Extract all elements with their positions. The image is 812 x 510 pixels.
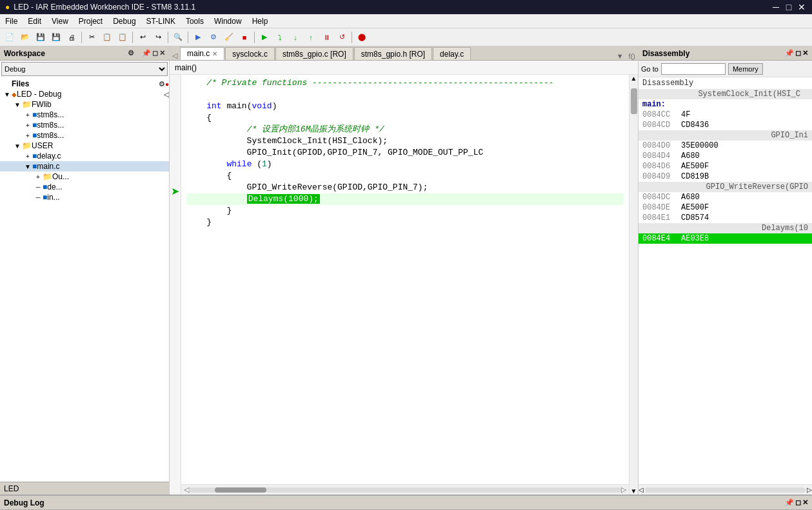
cut-button[interactable]: ✂: [84, 30, 99, 44]
tab-sysclock[interactable]: sysclock.c: [225, 47, 275, 60]
stm8s1-toggle[interactable]: +: [23, 112, 32, 119]
debug-go-button[interactable]: ▶: [257, 30, 272, 44]
user-toggle[interactable]: ▼: [13, 142, 22, 150]
code-vscrollbar[interactable]: ▲ ▼: [629, 75, 638, 495]
disasm-header-buttons: 📌 ◻ ✕: [785, 49, 808, 57]
clean-button[interactable]: 🧹: [222, 30, 236, 44]
maximize-button[interactable]: □: [784, 2, 794, 12]
delay-toggle[interactable]: +: [23, 153, 32, 160]
code-editor[interactable]: /* Private functions -------------------…: [181, 75, 629, 484]
disasm-gpioinit-comment: GPIO_Ini: [639, 130, 812, 141]
vscroll-track[interactable]: [629, 82, 638, 487]
new-button[interactable]: 📄: [3, 30, 17, 44]
tree-delay[interactable]: + ■ delay.c: [0, 151, 169, 161]
tree-main[interactable]: ▼ ■ main.c: [0, 161, 169, 172]
vscroll-thumb[interactable]: [631, 88, 637, 114]
menu-tools[interactable]: Tools: [181, 15, 209, 27]
close-button[interactable]: ✕: [797, 2, 807, 12]
print-button[interactable]: 🖨: [64, 30, 79, 44]
scrollbar-thumb[interactable]: [215, 487, 266, 493]
menu-edit[interactable]: Edit: [23, 15, 46, 27]
code-main[interactable]: /* Private functions -------------------…: [181, 75, 629, 495]
debug-step-button[interactable]: ⤵: [273, 30, 287, 44]
open-button[interactable]: 📂: [18, 30, 32, 44]
tab-main-c-close[interactable]: ✕: [212, 50, 217, 57]
code-hscrollbar[interactable]: ◁ ▷: [181, 484, 629, 495]
save-all-button[interactable]: 💾: [49, 30, 63, 44]
vscroll-down[interactable]: ▼: [629, 487, 638, 495]
bottom-title: Debug Log: [4, 498, 45, 507]
led-expand-icon[interactable]: ◁: [164, 90, 169, 99]
bottom-close-button[interactable]: ✕: [802, 498, 808, 507]
disasm-float-button[interactable]: ◻: [795, 49, 801, 57]
disasm-close-button[interactable]: ✕: [802, 49, 808, 57]
bottom-float-button[interactable]: ◻: [795, 498, 801, 507]
workspace-settings-button[interactable]: ⚙: [128, 49, 134, 57]
menu-project[interactable]: Project: [74, 15, 108, 27]
tab-gpio-h[interactable]: stm8s_gpio.h [RO]: [354, 47, 432, 60]
debug-reset-button[interactable]: ↺: [335, 30, 349, 44]
tree-stm8s-3[interactable]: + ■ stm8s...: [0, 130, 169, 141]
debug-toggle-button[interactable]: ⬤: [355, 30, 369, 44]
workspace-close-button[interactable]: ✕: [159, 49, 165, 57]
minimize-button[interactable]: ─: [771, 2, 781, 12]
stop-button[interactable]: ■: [237, 30, 252, 44]
disasm-goto-input[interactable]: [661, 63, 726, 75]
tree-stm8s-2[interactable]: + ■ stm8s...: [0, 120, 169, 130]
stm8s2-toggle[interactable]: +: [23, 122, 32, 129]
workspace-float-button[interactable]: ◻: [152, 49, 158, 57]
compile-button[interactable]: ⚙: [206, 30, 221, 44]
menu-window[interactable]: Window: [209, 15, 247, 27]
disasm-scroll-left[interactable]: ◁: [639, 486, 644, 493]
led-toggle[interactable]: ▼: [3, 91, 12, 98]
debug-break-button[interactable]: ⏸: [319, 30, 333, 44]
disasm-hscrollbar[interactable]: ◁ ▷: [639, 484, 812, 495]
undo-button[interactable]: ↩: [135, 30, 150, 44]
tree-output[interactable]: + 📁 Ou...: [0, 172, 169, 182]
scroll-right-btn[interactable]: ▷: [621, 485, 626, 494]
disasm-scroll-right[interactable]: ▷: [807, 486, 812, 493]
delay-icon: ■: [32, 152, 37, 161]
tab-gpio-c[interactable]: stm8s_gpio.c [RO]: [275, 47, 353, 60]
tree-in[interactable]: ─ ■ in...: [0, 192, 169, 202]
tab-main-c[interactable]: main.c ✕: [180, 47, 224, 60]
tree-user[interactable]: ▼ 📁 USER: [0, 141, 169, 151]
scroll-left-btn[interactable]: ◁: [184, 485, 189, 494]
workspace-mode-dropdown[interactable]: Debug: [1, 62, 168, 76]
tab-delay[interactable]: delay.c: [433, 47, 471, 60]
tree-led-debug[interactable]: ▼ ◆ LED - Debug ◁: [0, 89, 169, 99]
tree-stm8s-1[interactable]: + ■ stm8s...: [0, 110, 169, 120]
debug-stepout-button[interactable]: ↑: [304, 30, 318, 44]
main-toggle[interactable]: ▼: [23, 163, 32, 170]
build-button[interactable]: ▶: [191, 30, 205, 44]
save-button[interactable]: 💾: [34, 30, 48, 44]
tree-de[interactable]: ─ ■ de...: [0, 182, 169, 192]
disasm-pin-button[interactable]: 📌: [785, 49, 794, 57]
disasm-scroll-track[interactable]: [645, 487, 806, 493]
menu-debug[interactable]: Debug: [108, 15, 141, 27]
copy-button[interactable]: 📋: [100, 30, 114, 44]
tab-left-arrow[interactable]: ◁: [170, 52, 180, 60]
disasm-memory-button[interactable]: Memory: [728, 63, 763, 75]
paste-button[interactable]: 📋: [115, 30, 130, 44]
bottom-pin-button[interactable]: 📌: [785, 498, 794, 507]
menu-stlink[interactable]: ST-LINK: [141, 15, 181, 27]
debug-stepin-button[interactable]: ↓: [288, 30, 302, 44]
code-line-blank: [186, 89, 624, 101]
fwlib-toggle[interactable]: ▼: [13, 101, 22, 108]
disasm-addr-84cc: 0084CC: [642, 110, 681, 119]
stm8s3-toggle[interactable]: +: [23, 132, 32, 139]
output-toggle[interactable]: +: [34, 173, 43, 181]
tab-dropdown-arrow[interactable]: ▼: [614, 52, 626, 60]
tree-fwlib[interactable]: ▼ 📁 FWlib: [0, 99, 169, 110]
menu-file[interactable]: File: [0, 15, 23, 27]
menu-view[interactable]: View: [46, 15, 74, 27]
workspace-pin-button[interactable]: 📌: [142, 49, 151, 57]
scrollbar-track[interactable]: [189, 487, 621, 493]
menu-help[interactable]: Help: [247, 15, 273, 27]
files-settings-icon[interactable]: ⚙: [159, 80, 165, 88]
search-button[interactable]: 🔍: [171, 30, 185, 44]
redo-button[interactable]: ↪: [151, 30, 165, 44]
tab-function-icon[interactable]: f(): [626, 52, 638, 60]
vscroll-up[interactable]: ▲: [629, 75, 638, 82]
